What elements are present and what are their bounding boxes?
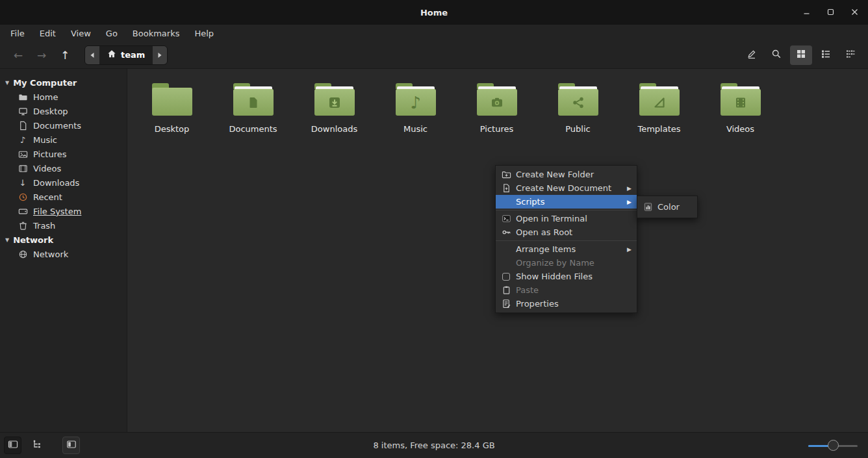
sidebar-item-music[interactable]: ♪ Music (0, 133, 127, 147)
menu-item-open-as-root[interactable]: Open as Root (496, 225, 637, 239)
color-script-icon (643, 202, 653, 212)
search-button[interactable] (765, 45, 787, 65)
sidebar-item-documents[interactable]: Documents (0, 118, 127, 133)
submenu-item-color[interactable]: Color (637, 198, 697, 216)
file-templates[interactable]: Templates (619, 77, 700, 134)
expander-icon: ▼ (5, 237, 9, 243)
list-view-button[interactable] (815, 45, 837, 65)
up-button[interactable]: ↑ (53, 45, 77, 65)
menu-item-properties[interactable]: Properties (496, 297, 637, 311)
sidebar-item-network[interactable]: Network (0, 247, 127, 261)
minimize-button[interactable] (802, 8, 811, 17)
menu-item-scripts[interactable]: Scripts ▶ (496, 195, 637, 209)
sidebar-item-label: Trash (33, 221, 55, 231)
submenu-arrow-icon: ▶ (627, 199, 632, 205)
maximize-button[interactable] (826, 8, 835, 17)
menu-help[interactable]: Help (194, 25, 214, 42)
sidebar-section-label: Network (13, 235, 53, 245)
file-label: Pictures (480, 124, 513, 134)
list-view-icon (821, 49, 831, 62)
sidebar-section-label: My Computer (13, 78, 77, 88)
location-entry-icon (747, 49, 757, 62)
sidebar-item-pictures[interactable]: Pictures (0, 147, 127, 161)
sidebar-item-label: Home (33, 92, 58, 102)
submenu-arrow-icon: ▶ (627, 185, 632, 192)
breadcrumb-label: team (121, 50, 145, 60)
new-folder-icon (501, 170, 511, 180)
menu-item-paste: Paste (496, 283, 637, 297)
breadcrumb-left-chevron[interactable] (85, 46, 99, 64)
sidebar-section-my-computer[interactable]: ▼ My Computer (0, 75, 127, 90)
file-label: Public (565, 124, 590, 134)
zoom-knob[interactable] (828, 440, 839, 451)
back-button[interactable]: ← (6, 45, 30, 65)
sidebar-item-trash[interactable]: Trash (0, 218, 127, 233)
file-music[interactable]: ♪ Music (375, 77, 456, 134)
menu-item-open-in-terminal[interactable]: Open in Terminal (496, 212, 637, 225)
menu-item-show-hidden-files[interactable]: Show Hidden Files (496, 270, 637, 283)
folder-templates-icon (639, 83, 680, 116)
menu-bookmarks[interactable]: Bookmarks (133, 25, 180, 42)
menu-item-arrange-items[interactable]: Arrange Items ▶ (496, 242, 637, 256)
window-controls (802, 0, 859, 25)
documents-emblem-icon (246, 95, 261, 110)
menu-item-create-new-folder[interactable]: Create New Folder (496, 168, 637, 181)
globe-icon (18, 249, 28, 259)
sidebar-item-videos[interactable]: Videos (0, 161, 127, 175)
sidebar-item-desktop[interactable]: Desktop (0, 104, 127, 118)
menu-edit[interactable]: Edit (40, 25, 56, 42)
sidebar-item-home[interactable]: Home (0, 90, 127, 104)
folder-public-icon (558, 83, 598, 116)
folder-documents-icon (233, 83, 274, 116)
icon-view-button[interactable] (790, 45, 812, 65)
file-documents[interactable]: Documents (212, 77, 294, 134)
forward-button[interactable]: → (30, 45, 53, 65)
sidebar-item-file-system[interactable]: File System (0, 204, 127, 218)
menu-item-label: Show Hidden Files (516, 272, 593, 281)
treeview-toggle-button[interactable] (28, 437, 45, 454)
breadcrumb-right-chevron[interactable] (153, 46, 167, 64)
menu-view[interactable]: View (71, 25, 91, 42)
toggle-location-entry-button[interactable] (741, 45, 763, 65)
places-toggle-button[interactable] (4, 437, 21, 454)
file-desktop[interactable]: Desktop (131, 77, 212, 134)
sidebar-toggle-icon (66, 439, 77, 452)
window-title: Home (420, 8, 448, 18)
file-label: Desktop (155, 124, 190, 134)
menu-item-create-new-document[interactable]: Create New Document ▶ (496, 181, 637, 195)
drive-icon (18, 206, 28, 216)
folder-icon (152, 83, 192, 116)
compact-view-button[interactable] (839, 45, 862, 65)
sidebar-item-downloads[interactable]: ↓ Downloads (0, 175, 127, 190)
zoom-slider[interactable] (808, 439, 858, 452)
sidebar-item-recent[interactable]: Recent (0, 190, 127, 204)
menu-file[interactable]: File (10, 25, 25, 42)
breadcrumb-current-folder[interactable]: team (99, 46, 153, 64)
sidebar-toggle-button[interactable] (62, 437, 80, 454)
sidebar-item-label: File System (33, 207, 81, 216)
sidebar-item-label: Documents (33, 121, 81, 131)
menu-go[interactable]: Go (106, 25, 118, 42)
photo-icon (18, 149, 28, 159)
sidebar-section-network[interactable]: ▼ Network (0, 233, 127, 247)
menubar: File Edit View Go Bookmarks Help (0, 25, 868, 42)
file-pictures[interactable]: Pictures (456, 77, 537, 134)
sidebar-item-label: Music (33, 135, 57, 145)
file-label: Downloads (311, 124, 357, 134)
music-emblem-icon: ♪ (410, 94, 421, 111)
file-public[interactable]: Public (537, 77, 619, 134)
maximize-icon (826, 6, 835, 19)
key-icon (501, 227, 511, 238)
submenu-arrow-icon: ▶ (627, 246, 632, 253)
file-downloads[interactable]: Downloads (294, 77, 375, 134)
trash-icon (18, 220, 28, 231)
close-button[interactable] (850, 8, 859, 17)
search-icon (771, 49, 782, 62)
sidebar-item-label: Pictures (33, 149, 66, 159)
file-manager-window: Home File Edit View Go Bookmarks Help ← … (0, 0, 868, 458)
grid-view-icon (796, 49, 806, 62)
file-videos[interactable]: Videos (700, 77, 781, 134)
forward-icon: → (37, 49, 46, 62)
scripts-submenu: Color (637, 196, 698, 218)
menu-item-label: Paste (516, 285, 539, 295)
